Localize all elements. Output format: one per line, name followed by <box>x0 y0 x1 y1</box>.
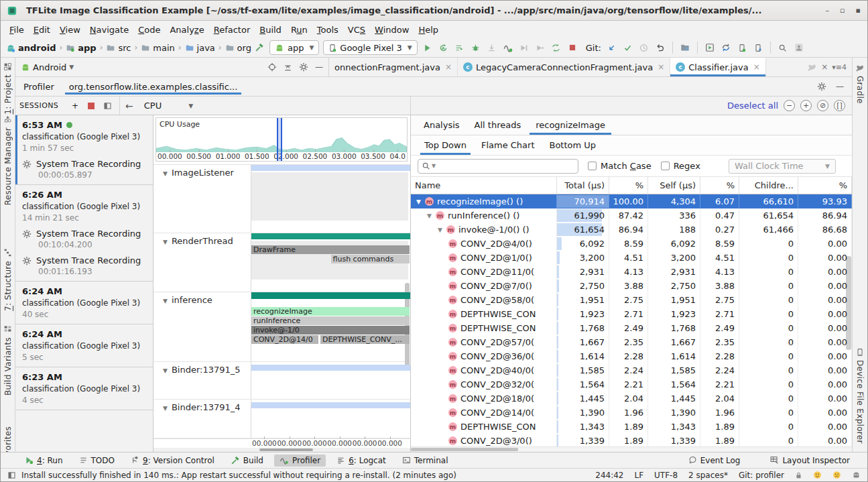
thread-track[interactable] <box>251 165 410 233</box>
table-row[interactable]: ▼minvoke@-1/0() ()61,65486.941880.2761,4… <box>411 223 852 237</box>
file-encoding[interactable]: UTF-8 <box>654 471 678 480</box>
thread-track[interactable] <box>251 362 410 399</box>
analysis-tab-recognizeimage[interactable]: recognizeImage <box>530 115 611 135</box>
toolwindow-button-layout-inspector[interactable]: Layout Inspector <box>764 455 855 467</box>
match-case-checkbox[interactable]: Match Case <box>588 161 652 171</box>
profile-button[interactable] <box>501 40 515 55</box>
caret-position[interactable]: 244:42 <box>595 471 623 480</box>
close-button[interactable]: ▪ <box>856 6 861 15</box>
trace-recording-item[interactable]: System Trace Recording00:10:04.200 <box>22 229 147 249</box>
hide-panel-icon[interactable]: — <box>836 82 844 91</box>
menu-refactor[interactable]: Refactor <box>209 23 255 37</box>
thread-lane-inference[interactable]: ▼inferencerecognizeImagerunInferenceinvo… <box>153 292 410 362</box>
apply-changes-button[interactable]: A <box>436 40 451 55</box>
menu-help[interactable]: Help <box>414 23 443 37</box>
collapse-thread-icon[interactable]: ▼ <box>163 239 168 245</box>
collapse-panel-icon[interactable] <box>100 99 115 113</box>
menu-run[interactable]: Run <box>286 23 312 37</box>
trace-event-DEPTHWISE_CONV_-[interactable]: DEPTHWISE_CONV_... <box>320 335 410 344</box>
editor-tab-onnectionFragment-java[interactable]: onnectionFragment.java× <box>329 58 458 76</box>
menu-code[interactable]: Code <box>133 23 165 37</box>
search-history-icon[interactable]: ▼ <box>432 163 436 169</box>
toolwindow-button-terminal[interactable]: Terminal <box>397 455 454 467</box>
toolwindow-button-event-log[interactable]: Event Log <box>683 455 746 467</box>
regex-checkbox[interactable]: Regex <box>661 161 700 171</box>
analysis-tab-all-threads[interactable]: All threads <box>469 115 528 135</box>
git-commit-button[interactable] <box>621 40 635 55</box>
toolwindow-button-9-version-control[interactable]: 9: Version Control <box>125 455 220 467</box>
minimize-button[interactable]: – <box>826 6 830 15</box>
table-row[interactable]: mCONV_2D@4/0()6,0928.596,0928.5900.00 <box>411 237 852 251</box>
column-header-1[interactable]: Total (µs) <box>557 177 609 194</box>
thread-track[interactable]: DrawFrameflush commands <box>251 233 410 292</box>
table-row[interactable]: mCONV_2D@58/0(1,9512.751,9512.7500.00 <box>411 293 852 307</box>
menu-navigate[interactable]: Navigate <box>85 23 133 37</box>
stripe-device-file-explorer[interactable]: Device File Explorer <box>853 347 867 444</box>
toolwindow-button-todo[interactable]: TODO <box>74 455 120 467</box>
collapse-thread-icon[interactable]: ▼ <box>163 298 168 304</box>
table-row[interactable]: mCONV_2D@3/0()1,3391.891,3391.8900.00 <box>411 434 852 446</box>
gear-icon[interactable] <box>817 82 826 91</box>
menu-build[interactable]: Build <box>255 23 286 37</box>
profiler-session-tab[interactable]: org.tensorflow.lite.examples.classific..… <box>65 78 242 95</box>
column-header-5[interactable]: Childre... <box>739 177 798 194</box>
gradle-sync-button[interactable] <box>719 40 733 55</box>
trace-event-runInference[interactable]: runInference <box>251 316 410 325</box>
close-icon[interactable]: × <box>753 62 760 72</box>
tab-list-dropdown[interactable]: ▾≡4 <box>832 63 847 72</box>
table-row[interactable]: mDEPTHWISE_CON1,7682.491,7682.4900.00 <box>411 321 852 335</box>
table-row[interactable]: mCONV_2D@36/0(1,6142.281,6142.2800.00 <box>411 349 852 363</box>
toolwindow-button-4-run[interactable]: 4: Run <box>19 455 68 467</box>
avd-manager-button[interactable] <box>735 40 749 55</box>
add-session-button[interactable]: + <box>68 99 82 113</box>
thread-lane-Binder-13791_5[interactable]: ▼Binder:13791_5 <box>153 362 410 400</box>
editor-tab-LegacyCameraConnectionFragment-java[interactable]: cLegacyCameraConnectionFragment.java× <box>458 58 670 76</box>
table-row[interactable]: ▼mrecognizeImage() ()70,914100.004,3046.… <box>411 194 852 208</box>
git-update-button[interactable] <box>605 40 619 55</box>
subtab-top-down[interactable]: Top Down <box>420 135 471 155</box>
collapse-thread-icon[interactable]: ▼ <box>163 170 168 177</box>
run-to-line-button[interactable] <box>517 40 532 55</box>
column-header-3[interactable]: Self (µs) <box>648 177 700 194</box>
breadcrumb-java[interactable]: java <box>185 43 215 53</box>
menu-window[interactable]: Window <box>370 23 414 37</box>
column-header-0[interactable]: Name <box>411 177 557 194</box>
table-row[interactable]: mCONV_2D@32/0(1,5642.211,5642.2100.00 <box>411 377 852 391</box>
table-horizontal-scrollbar[interactable] <box>411 446 852 452</box>
stop-recording-button[interactable] <box>84 99 99 113</box>
lock-icon[interactable] <box>795 471 802 479</box>
git-history-button[interactable] <box>637 40 652 55</box>
column-header-6[interactable]: % <box>798 177 852 194</box>
stripe----structure[interactable]: 7: Structure <box>3 248 13 311</box>
profile-avatar[interactable] <box>792 40 806 55</box>
breadcrumb-org[interactable]: org <box>225 43 251 53</box>
collapse-thread-icon[interactable]: ▼ <box>163 367 168 374</box>
zoom-out-icon[interactable]: − <box>784 100 795 111</box>
thread-lane-ImageListener[interactable]: ▼ImageListener <box>153 165 410 233</box>
collapse-all-icon[interactable] <box>284 63 292 72</box>
toolwindow-button-profiler[interactable]: Profiler <box>274 455 326 467</box>
breadcrumb-android[interactable]: android <box>6 43 56 53</box>
debug-button[interactable] <box>469 40 483 55</box>
column-header-2[interactable]: % <box>609 177 648 194</box>
feedback-sad-icon[interactable] <box>832 471 841 479</box>
close-icon[interactable]: × <box>658 62 664 72</box>
git-branch[interactable]: Git: profiler <box>739 471 784 480</box>
device-select[interactable]: Google Pixel 3 ▼ <box>323 40 417 55</box>
trace-event-invoke-1-0[interactable]: invoke@-1/0 <box>251 326 410 335</box>
session-card[interactable]: 6:24 AMclassification (Google Pixel 3)5 … <box>15 324 153 367</box>
menu-view[interactable]: View <box>55 23 85 37</box>
clock-type-select[interactable]: Wall Clock Time ▼ <box>729 159 836 174</box>
menu-tools[interactable]: Tools <box>312 23 343 37</box>
menu-analyze[interactable]: Analyze <box>165 23 208 37</box>
project-view-selector[interactable]: Android <box>33 62 66 72</box>
thread-label[interactable]: ▼Binder:13791_5 <box>153 362 251 399</box>
expand-arrow-icon[interactable]: ▼ <box>427 213 436 219</box>
breadcrumb-app[interactable]: app <box>66 43 96 53</box>
session-card[interactable]: 6:23 AMclassification (Google Pixel 3)4 … <box>15 367 153 410</box>
menu-edit[interactable]: Edit <box>29 23 55 37</box>
search-input[interactable] <box>437 162 574 171</box>
back-arrow-icon[interactable]: ← <box>125 101 133 111</box>
chevron-down-icon[interactable]: ▼ <box>69 64 74 70</box>
table-row[interactable]: mCONV_2D@11/0(2,9314.132,9314.1300.00 <box>411 265 852 279</box>
